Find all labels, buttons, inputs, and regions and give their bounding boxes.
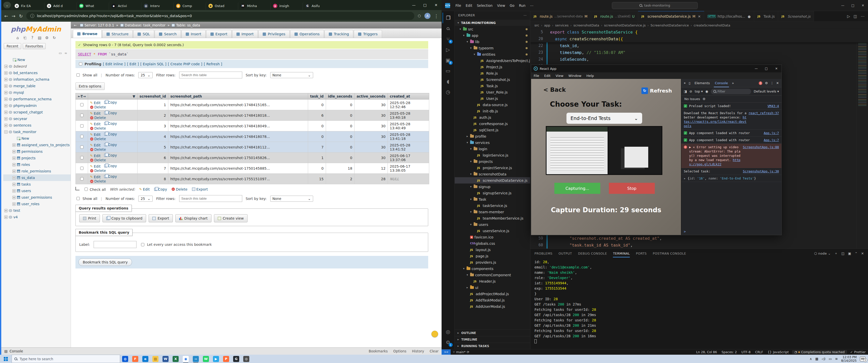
pma-tab-insert[interactable]: Insert	[181, 30, 206, 38]
task-select[interactable]: End-to-End Tests⌄	[566, 113, 642, 124]
expand-icon[interactable]: +	[4, 78, 7, 81]
browser-tab[interactable]: ◗insigh	[270, 2, 303, 10]
breadcrumb-item[interactable]: Table: ss_data	[172, 23, 200, 27]
section-running-tasks[interactable]: ▸RUNNING TASKS	[455, 342, 530, 349]
sort-key-select[interactable]: None⌄	[270, 196, 313, 202]
edit-link[interactable]: ✎Edit	[90, 154, 101, 158]
expand-icon[interactable]: +	[4, 117, 7, 121]
reload-icon[interactable]: ↻	[19, 13, 23, 19]
pma-side-tab-recent[interactable]: Recent	[4, 43, 21, 49]
pma-tree-item[interactable]: +scraped_chatgpt	[3, 109, 71, 116]
pma-tab-structure[interactable]: Structure	[102, 30, 133, 38]
explorer-item[interactable]: JSsignupService.js	[455, 190, 530, 196]
link-icon[interactable]: ∞	[64, 51, 67, 55]
expand-icon[interactable]: +	[12, 150, 16, 153]
explorer-item[interactable]: ▾Task	[455, 196, 530, 202]
pma-tab-triggers[interactable]: Triggers	[354, 30, 382, 38]
column-header-active_seconds[interactable]: active_seconds	[354, 93, 388, 100]
expand-icon[interactable]: +	[4, 65, 7, 68]
status-crlf[interactable]: CRLF	[753, 350, 766, 354]
clear-console-icon[interactable]: ⊘	[689, 90, 692, 93]
row-checkbox[interactable]	[80, 135, 84, 138]
pma-tab-export[interactable]: Export	[206, 30, 231, 38]
copy-link[interactable]: Copy	[104, 132, 117, 136]
row-checkbox[interactable]	[80, 177, 84, 180]
expand-icon[interactable]: +	[12, 170, 16, 173]
editor-tab[interactable]: JSroute.js...\screenshot-dataM	[530, 11, 591, 22]
close-icon[interactable]: ✕	[698, 14, 701, 19]
menu-window[interactable]: Window	[566, 74, 584, 78]
expand-icon[interactable]: +	[12, 163, 16, 166]
context-selector[interactable]: top ▾	[695, 90, 703, 93]
close-icon[interactable]: ✕	[771, 65, 781, 72]
source-link[interactable]: App.js:7	[764, 131, 779, 135]
extensions-icon[interactable]: ⬡	[418, 14, 421, 18]
camera-icon[interactable]: ◎	[243, 356, 249, 362]
explorer-item[interactable]: ▾users	[455, 221, 530, 228]
react-app-titlebar[interactable]: React App —□✕	[531, 65, 781, 72]
explorer-item[interactable]: JSlayout.js	[455, 246, 530, 253]
print-button[interactable]: Print	[79, 214, 100, 222]
profile-avatar[interactable]: A	[425, 13, 431, 19]
column-header-screenshot_id[interactable]: screenshot_id	[137, 93, 168, 100]
git-branch[interactable]: ⑂main*⟳	[451, 350, 472, 354]
breadcrumb-item[interactable]: src	[534, 24, 539, 27]
pma-tab-privileges[interactable]: Privileges	[258, 30, 290, 38]
source-link[interactable]: react_refresh:37	[749, 111, 779, 128]
row-checkbox[interactable]	[80, 167, 84, 170]
filter-rows-input[interactable]	[179, 72, 242, 78]
edit-link[interactable]: ✎Edit	[90, 143, 101, 147]
menu-file[interactable]: File	[453, 3, 464, 7]
explorer-item[interactable]: ▾login	[455, 146, 530, 152]
pma-tree-item[interactable]: +role_permissions	[3, 168, 71, 174]
sync-icon[interactable]: ⟳	[467, 350, 469, 354]
explorer-item[interactable]: JSHeader.js	[455, 278, 530, 284]
url-bar[interactable]: i localhost/phpmyadmin/index.php?route=/…	[26, 12, 414, 20]
pma-logo[interactable]: phpMyAdmin	[1, 22, 71, 34]
excel-icon[interactable]: X	[173, 356, 179, 362]
close-icon[interactable]: ✕	[858, 3, 868, 7]
search-icon[interactable]	[442, 23, 454, 34]
expand-icon[interactable]: −	[4, 130, 7, 134]
browser-tab[interactable]: ◉Ostad	[206, 2, 238, 10]
profiling-link[interactable]: [ Refresh ]	[204, 62, 222, 66]
maximize-icon[interactable]: □	[761, 65, 771, 72]
status-javascript[interactable]: {}JavaScript	[765, 350, 791, 354]
delete-link[interactable]: −Delete	[90, 137, 106, 141]
edge-icon[interactable]: e	[142, 356, 148, 362]
breadcrumb-item[interactable]: Server: 127.0.0.1	[80, 23, 114, 27]
levels-selector[interactable]: Default levels ▾	[754, 90, 779, 93]
sort-key-select[interactable]: None⌄	[270, 72, 313, 78]
shell-selector[interactable]: ⬡ node ⌄	[814, 252, 831, 255]
word-icon[interactable]: W	[162, 356, 168, 362]
row-checkbox[interactable]	[80, 114, 84, 117]
minimize-icon[interactable]: —	[408, 0, 420, 10]
menu-kebab-icon[interactable]: ⋮	[434, 13, 438, 19]
tray-wifi-icon[interactable]: ≋	[835, 357, 838, 361]
close-panel-icon[interactable]: ✕	[861, 252, 864, 255]
show-all-checkbox[interactable]	[76, 73, 80, 77]
browser-tab[interactable]: MMinha	[238, 2, 270, 10]
row-checkbox[interactable]	[80, 124, 84, 128]
split-icon[interactable]: ◫	[854, 14, 857, 19]
menu-view[interactable]: View	[553, 74, 566, 78]
panel-tab-output[interactable]: OUTPUT	[558, 252, 572, 255]
console-history-link[interactable]: History	[412, 349, 424, 353]
row-checkbox[interactable]	[80, 103, 84, 106]
explorer-item[interactable]: JSTask.js	[455, 83, 530, 89]
column-options-icon[interactable]: ▼	[132, 94, 135, 98]
devtools-close-icon[interactable]: ✕	[776, 81, 779, 85]
capturing-button[interactable]: Capturing...	[554, 183, 600, 194]
maximize-panel-icon[interactable]: ⌃	[855, 252, 858, 255]
expand-icon[interactable]: +	[4, 85, 7, 88]
pma-tab-tracking[interactable]: Tracking	[324, 30, 353, 38]
console-bookmarks-link[interactable]: Bookmarks	[369, 349, 388, 353]
profiling-checkbox[interactable]	[79, 62, 82, 66]
pma-tree-item[interactable]: New	[3, 135, 71, 142]
profiling-link[interactable]: [ Explain SQL ]	[140, 62, 166, 66]
column-header-screenshot_path[interactable]: screenshot_path	[168, 93, 308, 100]
explorer-item[interactable]: ▸ui	[455, 284, 530, 291]
edit-selected-link[interactable]: ✎Edit	[139, 187, 150, 191]
explorer-item[interactable]: ▾commonComponent	[455, 272, 530, 278]
refresh-icon[interactable]: ↻	[52, 36, 57, 40]
